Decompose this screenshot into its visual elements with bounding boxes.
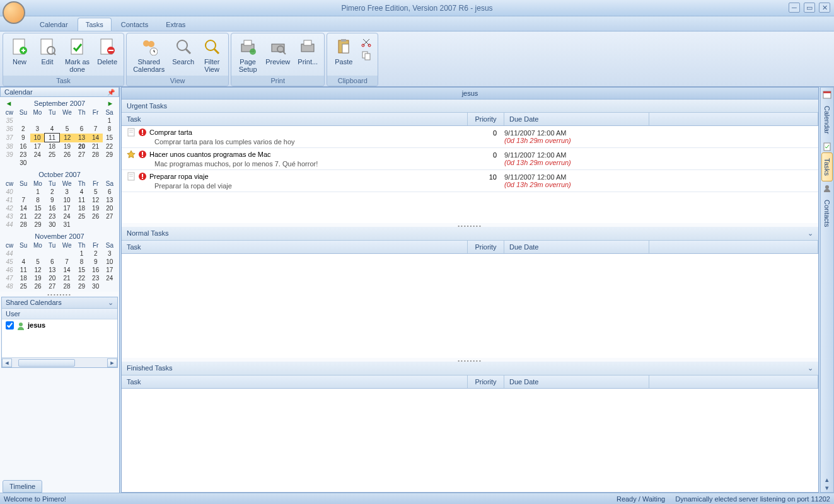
calendar-day[interactable]: 17 [103, 266, 117, 274]
calendar-day[interactable]: 13 [45, 266, 59, 274]
col-priority[interactable]: Priority [468, 375, 504, 388]
calendar-day[interactable]: 18 [16, 274, 30, 282]
calendar-day[interactable]: 6 [75, 125, 89, 134]
calendar-day[interactable]: 9 [16, 134, 30, 142]
calendar-day[interactable] [30, 159, 45, 167]
calendar-day[interactable] [89, 117, 103, 125]
calendar-day[interactable] [103, 159, 117, 167]
page-setup-button[interactable]: Page Setup [234, 35, 262, 74]
calendar-day[interactable]: 6 [103, 188, 117, 196]
calendar-day[interactable]: 9 [89, 258, 103, 266]
calendar-day[interactable] [74, 220, 88, 229]
next-month-button[interactable]: ► [105, 99, 115, 108]
calendar-day[interactable]: 16 [45, 204, 59, 212]
col-due[interactable]: Due Date [504, 241, 649, 253]
table-row[interactable]: Comprar tartaComprar tarta para los cump… [122, 126, 818, 148]
calendar-day[interactable]: 11 [16, 266, 30, 274]
calendar-day[interactable]: 13 [103, 196, 117, 204]
calendar-day[interactable]: 18 [74, 204, 88, 212]
table-row[interactable]: Preparar ropa viajePreparar la ropa del … [122, 170, 818, 192]
delete-button[interactable]: Delete [93, 35, 121, 74]
calendar-day[interactable]: 25 [16, 282, 30, 290]
edit-button[interactable]: Edit [33, 35, 61, 74]
calendar-day[interactable] [89, 220, 103, 229]
calendar-day[interactable]: 30 [16, 159, 30, 167]
col-extra[interactable] [649, 241, 818, 253]
calendar-day[interactable]: 14 [89, 134, 103, 142]
calendar-day[interactable]: 9 [45, 196, 59, 204]
calendar-day[interactable]: 14 [16, 204, 30, 212]
tab-tasks[interactable]: Tasks [78, 18, 112, 31]
calendar-day[interactable]: 26 [89, 212, 103, 220]
calendar-day[interactable]: 20 [75, 142, 89, 151]
copy-button[interactable] [360, 50, 373, 61]
col-task[interactable]: Task [122, 113, 468, 125]
calendar-day[interactable]: 28 [89, 151, 103, 159]
paste-button[interactable]: Paste [330, 35, 357, 74]
col-task[interactable]: Task [122, 241, 468, 253]
calendar-day[interactable]: 22 [30, 212, 45, 220]
col-priority[interactable]: Priority [468, 113, 504, 125]
calendar-day[interactable]: 8 [103, 125, 117, 134]
col-due[interactable]: Due Date [504, 375, 649, 388]
calendar-day[interactable]: 23 [89, 274, 103, 282]
calendar-day[interactable]: 7 [59, 258, 75, 266]
scroll-thumb[interactable] [18, 359, 75, 367]
calendar-day[interactable]: 4 [45, 125, 59, 134]
calendar-day[interactable]: 4 [74, 188, 88, 196]
app-icon[interactable] [3, 1, 25, 24]
calendar-day[interactable]: 10 [59, 196, 75, 204]
calendar-day[interactable]: 17 [30, 142, 45, 151]
calendar-day[interactable]: 24 [103, 274, 117, 282]
calendar-day[interactable]: 7 [89, 125, 103, 134]
calendar-day[interactable]: 17 [59, 204, 75, 212]
shared-calendars-button[interactable]: Shared Calendars [129, 35, 168, 74]
new-button[interactable]: New [6, 35, 33, 74]
preview-button[interactable]: Preview [262, 35, 294, 74]
scroll-left-button[interactable]: ◄ [2, 358, 12, 367]
calendar-day[interactable]: 6 [45, 258, 59, 266]
col-due[interactable]: Due Date [504, 113, 649, 125]
calendar-day[interactable]: 15 [103, 134, 117, 142]
calendar-day[interactable]: 2 [16, 125, 30, 134]
calendar-day[interactable]: 19 [30, 274, 45, 282]
calendar-day[interactable]: 15 [74, 266, 88, 274]
close-button[interactable]: ✕ [819, 3, 830, 13]
col-extra[interactable] [649, 375, 818, 388]
prev-month-button[interactable]: ◄ [4, 99, 14, 108]
scroll-up-icon[interactable]: ▴ [825, 476, 829, 484]
calendar-day[interactable] [59, 159, 74, 167]
calendar-day[interactable]: 25 [74, 212, 88, 220]
table-row[interactable]: Hacer unos cuantos programas de MacMac p… [122, 148, 818, 170]
calendar-day[interactable] [16, 188, 30, 196]
calendar-day[interactable]: 19 [89, 204, 103, 212]
calendar-day[interactable]: 23 [16, 151, 30, 159]
calendar-day[interactable]: 25 [45, 151, 59, 159]
calendar-day[interactable]: 1 [30, 188, 45, 196]
calendar-day[interactable]: 8 [30, 196, 45, 204]
calendar-day[interactable]: 1 [103, 117, 117, 125]
calendar-day[interactable]: 11 [45, 134, 59, 142]
calendar-day[interactable]: 27 [75, 151, 89, 159]
calendar-day[interactable] [103, 220, 117, 229]
calendar-day[interactable] [75, 117, 89, 125]
calendar-day[interactable]: 29 [103, 151, 117, 159]
calendar-day[interactable]: 10 [103, 258, 117, 266]
calendar-day[interactable]: 26 [59, 151, 74, 159]
side-tab-calendar[interactable]: Calendar [821, 100, 833, 140]
col-task[interactable]: Task [122, 375, 468, 388]
urgent-tasks-header[interactable]: Urgent Tasks [122, 100, 818, 113]
calendar-day[interactable]: 21 [89, 142, 103, 151]
calendar-day[interactable]: 12 [89, 196, 103, 204]
user-checkbox[interactable] [6, 321, 14, 329]
calendar-day[interactable] [59, 117, 74, 125]
filter-view-button[interactable]: Filter View [198, 35, 226, 74]
calendar-day[interactable]: 22 [74, 274, 88, 282]
calendar-day[interactable]: 2 [45, 188, 59, 196]
calendar-day[interactable]: 28 [59, 282, 75, 290]
col-extra[interactable] [649, 113, 818, 125]
calendar-day[interactable]: 31 [59, 220, 75, 229]
calendar-day[interactable]: 20 [103, 204, 117, 212]
chevron-down-icon[interactable]: ⌄ [808, 364, 813, 372]
calendar-day[interactable] [59, 249, 75, 258]
